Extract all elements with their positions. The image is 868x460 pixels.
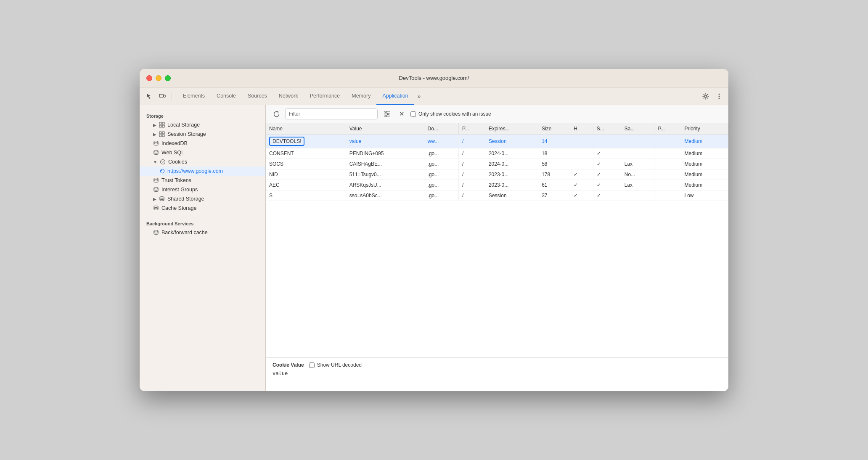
cell-8: Lax xyxy=(621,159,654,169)
cell-10: Medium xyxy=(681,148,728,159)
cell-2: .go... xyxy=(424,180,458,190)
inspect-icon[interactable] xyxy=(143,90,155,102)
col-expires[interactable]: Expires... xyxy=(485,123,538,135)
tab-sources[interactable]: Sources xyxy=(242,87,273,105)
col-value[interactable]: Value xyxy=(346,123,424,135)
cell-5: 37 xyxy=(538,190,570,201)
table-row[interactable]: DEVTOOLS!valueww.../Session14Medium xyxy=(266,135,728,148)
cell-5: 61 xyxy=(538,180,570,190)
tab-elements[interactable]: Elements xyxy=(177,87,211,105)
more-options-icon[interactable] xyxy=(713,90,725,102)
show-url-decoded-checkbox[interactable] xyxy=(309,362,315,368)
table-header-row: Name Value Do... P... Expires... Size H.… xyxy=(266,123,728,135)
settings-icon[interactable] xyxy=(700,90,712,102)
table-row[interactable]: SOCSCAISHAgBE....go.../2024-0...58✓LaxMe… xyxy=(266,159,728,169)
cell-6 xyxy=(570,148,593,159)
sidebar-item-back-forward-cache[interactable]: Back/forward cache xyxy=(140,228,265,237)
sidebar-item-session-storage[interactable]: ▶ Session Storage xyxy=(140,130,265,139)
cell-4: 2023-0... xyxy=(485,180,538,190)
table-row[interactable]: AECARSKqsJsU....go.../2023-0...61✓✓LaxMe… xyxy=(266,180,728,190)
col-partition[interactable]: P... xyxy=(654,123,681,135)
show-url-decoded-text: Show URL decoded xyxy=(317,362,362,368)
svg-point-15 xyxy=(154,151,158,152)
sidebar-item-cache-storage[interactable]: Cache Storage xyxy=(140,204,265,213)
main-content: Storage ▶ Local Storage ▶ xyxy=(140,105,728,391)
filter-input[interactable] xyxy=(285,108,378,119)
more-tabs-button[interactable]: » xyxy=(414,87,424,105)
tab-performance[interactable]: Performance xyxy=(304,87,346,105)
svg-rect-1 xyxy=(164,95,165,97)
col-size[interactable]: Size xyxy=(538,123,570,135)
sidebar-item-indexeddb[interactable]: IndexedDB xyxy=(140,139,265,148)
issue-checkbox-label[interactable]: Only show cookies with an issue xyxy=(410,111,491,117)
cell-7: ✓ xyxy=(593,190,621,201)
clear-filter-button[interactable]: ✕ xyxy=(396,108,407,119)
cell-5: 178 xyxy=(538,169,570,180)
sidebar-item-local-storage[interactable]: ▶ Local Storage xyxy=(140,120,265,130)
sidebar-item-shared-storage[interactable]: ▶ Shared Storage xyxy=(140,194,265,204)
col-path[interactable]: P... xyxy=(458,123,485,135)
cell-6: ✓ xyxy=(570,169,593,180)
cell-10: Medium xyxy=(681,135,728,148)
svg-point-4 xyxy=(719,95,720,97)
close-button[interactable] xyxy=(146,75,152,81)
svg-point-27 xyxy=(154,206,158,208)
sidebar-item-cookies[interactable]: ▼ Cookies xyxy=(140,157,265,167)
cell-9 xyxy=(654,190,681,201)
cell-4: Session xyxy=(485,190,538,201)
db-icon xyxy=(153,205,159,211)
svg-rect-12 xyxy=(159,135,161,137)
tab-memory[interactable]: Memory xyxy=(346,87,376,105)
device-toggle-icon[interactable] xyxy=(156,90,168,102)
svg-point-24 xyxy=(154,178,158,180)
tab-console[interactable]: Console xyxy=(211,87,242,105)
cell-7: ✓ xyxy=(593,159,621,169)
cell-1: value xyxy=(346,135,424,148)
minimize-button[interactable] xyxy=(156,75,161,81)
col-priority[interactable]: Priority xyxy=(681,123,728,135)
col-httponly[interactable]: H. xyxy=(570,123,593,135)
maximize-button[interactable] xyxy=(165,75,171,81)
cache-storage-label: Cache Storage xyxy=(161,205,196,211)
db-icon xyxy=(153,150,159,156)
filter-options-button[interactable] xyxy=(381,108,393,119)
cell-10: Medium xyxy=(681,159,728,169)
refresh-button[interactable] xyxy=(271,108,282,119)
cell-5: 58 xyxy=(538,159,570,169)
col-domain[interactable]: Do... xyxy=(424,123,458,135)
tab-application[interactable]: Application xyxy=(376,87,414,105)
show-url-decoded-label[interactable]: Show URL decoded xyxy=(309,362,362,368)
toolbar-divider-1 xyxy=(172,92,172,100)
svg-rect-0 xyxy=(159,94,163,97)
issue-checkbox[interactable] xyxy=(410,111,416,117)
cell-0: S xyxy=(266,190,346,201)
sidebar-item-cookies-google[interactable]: https://www.google.com xyxy=(140,167,265,176)
col-samesite[interactable]: Sa... xyxy=(621,123,654,135)
titlebar: DevTools - www.google.com/ xyxy=(140,69,728,87)
col-name[interactable]: Name xyxy=(266,123,346,135)
tab-network[interactable]: Network xyxy=(273,87,304,105)
col-secure[interactable]: S... xyxy=(593,123,621,135)
svg-rect-13 xyxy=(162,135,164,137)
table-row[interactable]: CONSENTPENDING+095.go.../2024-0...18✓Med… xyxy=(266,148,728,159)
cell-3: / xyxy=(458,180,485,190)
cell-3: / xyxy=(458,148,485,159)
cookie-small-icon xyxy=(160,169,165,174)
sidebar-item-trust-tokens[interactable]: Trust Tokens xyxy=(140,176,265,185)
cell-1: CAISHAgBE... xyxy=(346,159,424,169)
svg-rect-6 xyxy=(159,122,161,124)
table-row[interactable]: NID511=Tsugv0....go.../2023-0...178✓✓No.… xyxy=(266,169,728,180)
back-forward-cache-label: Back/forward cache xyxy=(161,230,208,235)
sidebar-item-web-sql[interactable]: Web SQL xyxy=(140,148,265,157)
cookie-table: Name Value Do... P... Expires... Size H.… xyxy=(266,123,728,201)
trust-tokens-label: Trust Tokens xyxy=(161,177,191,183)
cell-0: SOCS xyxy=(266,159,346,169)
cell-1: PENDING+095 xyxy=(346,148,424,159)
sidebar-item-interest-groups[interactable]: Interest Groups xyxy=(140,185,265,194)
cookie-table-container: Name Value Do... P... Expires... Size H.… xyxy=(266,123,728,357)
window-title: DevTools - www.google.com/ xyxy=(399,75,469,81)
devtools-window: DevTools - www.google.com/ Elements Cons… xyxy=(140,69,728,391)
cookie-value-title: Cookie Value xyxy=(273,362,304,368)
table-row[interactable]: Ssso=sA0bSc....go.../Session37✓✓Low xyxy=(266,190,728,201)
svg-point-32 xyxy=(385,111,386,113)
